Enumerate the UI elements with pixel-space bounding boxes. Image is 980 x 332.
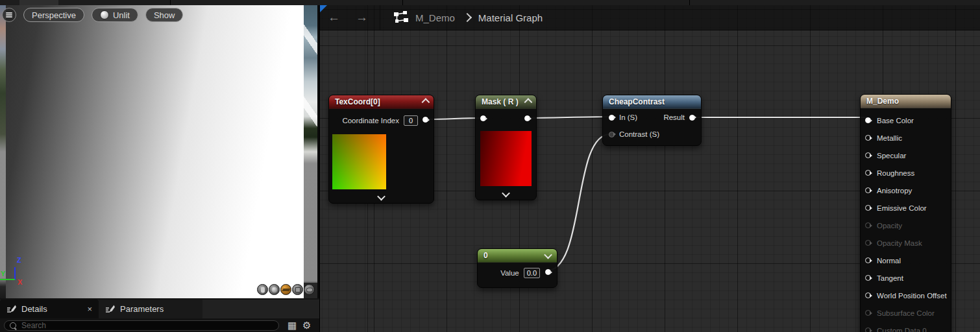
cylinder-shape-button[interactable] [257, 284, 268, 295]
material-pin-label: Roughness [877, 169, 914, 177]
material-pin-row: Opacity Mask [861, 234, 951, 252]
texcoord-node-header[interactable]: TexCoord[0] [329, 95, 434, 109]
search-input[interactable] [20, 320, 273, 331]
viewport-menu-button[interactable] [2, 8, 16, 22]
graph-node-icon [393, 10, 409, 25]
metallic-input-pin[interactable] [865, 135, 871, 141]
result-output-pin[interactable] [689, 115, 695, 121]
collapse-chevron-icon[interactable] [422, 98, 430, 106]
perspective-button[interactable]: Perspective [23, 8, 84, 22]
unlit-view-mode-button[interactable]: Unlit [92, 8, 138, 22]
material-pin-row: Base Color [861, 112, 951, 129]
opacity-mask-input-pin[interactable] [865, 240, 871, 246]
contrast-s-input-pin[interactable] [609, 132, 615, 137]
value-field[interactable]: 0.0 [524, 268, 540, 278]
coordinate-index-value[interactable]: 0 [404, 115, 418, 126]
y-axis-line [0, 279, 15, 280]
material-pin-row: Roughness [861, 164, 951, 182]
opacity-input-pin[interactable] [865, 222, 871, 228]
x-axis-label: X [18, 278, 22, 286]
preview-shape-buttons [257, 284, 315, 295]
material-graph-canvas[interactable]: ← → M_Demo Material Graph TexCoord [319, 5, 980, 332]
sphere-shape-button[interactable] [269, 284, 280, 295]
forward-arrow-button[interactable]: → [348, 5, 376, 30]
normal-input-pin[interactable] [865, 257, 871, 263]
texcoord-output-pin[interactable] [423, 117, 428, 123]
value-label: Value [500, 269, 519, 277]
details-tab-label: Details [21, 304, 47, 314]
axis-gizmo: Z Y X [0, 258, 30, 281]
preview-viewport[interactable]: Perspective Unlit Show Z Y X [0, 5, 319, 298]
material-node-title: M_Demo [866, 97, 899, 106]
window-top-strip [0, 0, 980, 5]
settings-gear-icon[interactable]: ⚙ [302, 319, 311, 332]
search-row: ▦ ⚙ [0, 318, 319, 332]
cheapcontrast-node-header[interactable]: CheapContrast [603, 95, 701, 109]
material-node-header[interactable]: M_Demo [861, 95, 951, 108]
top-strip-divider [170, 0, 171, 5]
mask-output-pin[interactable] [524, 115, 530, 121]
collapse-chevron-icon[interactable] [524, 98, 533, 106]
mask-node-title: Mask ( R ) [482, 97, 519, 106]
tab-details[interactable]: Details × [0, 300, 99, 318]
preview-mesh-plane [6, 5, 304, 298]
specular-input-pin[interactable] [865, 152, 871, 158]
material-result-node[interactable]: M_Demo Base ColorMetallicSpecularRoughne… [860, 94, 951, 332]
breadcrumb-root[interactable]: M_Demo [415, 12, 455, 23]
in-s-input-pin[interactable] [609, 115, 615, 121]
in-row: In (S) Result [603, 109, 701, 126]
value-row: Value 0.0 [478, 268, 540, 278]
graph-toolbar: ← → M_Demo Material Graph [320, 5, 980, 30]
material-pin-label: Opacity [877, 222, 902, 230]
tangent-input-pin[interactable] [865, 275, 871, 281]
teapot-shape-button[interactable] [304, 284, 315, 295]
material-pin-row: Opacity [861, 217, 951, 234]
material-pin-row: Specular [861, 147, 951, 164]
material-pin-row: Tangent [861, 269, 951, 287]
anisotropy-input-pin[interactable] [865, 187, 871, 193]
result-label: Result [663, 113, 685, 121]
mask-preview-swatch [480, 131, 532, 186]
show-button[interactable]: Show [145, 8, 184, 22]
material-pin-row: Metallic [861, 129, 951, 147]
scalar-output-pin[interactable] [545, 269, 551, 275]
wire-mask-to-cheapcontrast [524, 117, 609, 118]
cheapcontrast-node-title: CheapContrast [609, 97, 665, 106]
view-mode-icon [100, 10, 109, 19]
mask-node[interactable]: Mask ( R ) [475, 95, 537, 200]
texcoord-node[interactable]: TexCoord[0] Coordinate Index 0 [328, 95, 434, 204]
mask-input-pin[interactable] [480, 115, 486, 121]
chevron-down-icon [502, 189, 510, 198]
cube-shape-button[interactable] [292, 284, 303, 295]
tab-parameters[interactable]: Parameters [99, 300, 202, 318]
material-node-pin-list: Base ColorMetallicSpecularRoughnessAniso… [861, 108, 951, 332]
material-pin-label: Normal [877, 257, 901, 265]
preview-toggle[interactable] [476, 191, 536, 197]
chevron-down-icon[interactable] [544, 250, 552, 259]
material-pin-label: Subsurface Color [877, 309, 935, 317]
emissive-color-input-pin[interactable] [865, 205, 871, 211]
custom-data-0-input-pin[interactable] [865, 327, 871, 332]
roughness-input-pin[interactable] [865, 170, 871, 176]
show-button-label: Show [154, 10, 175, 20]
viewport-toolbar: Perspective Unlit Show [2, 8, 183, 22]
plane-shape-button[interactable] [280, 284, 291, 295]
world-position-offset-input-pin[interactable] [865, 292, 871, 298]
breadcrumb-current: Material Graph [478, 12, 543, 23]
scalar-node-header[interactable]: 0 [478, 249, 557, 263]
mask-node-header[interactable]: Mask ( R ) [476, 95, 536, 109]
tab-strip: Details × Parameters [0, 300, 319, 318]
details-search-box[interactable] [4, 320, 279, 331]
column-view-icon[interactable]: ▦ [288, 319, 297, 332]
subsurface-color-input-pin[interactable] [865, 310, 871, 316]
preview-toggle[interactable] [329, 195, 434, 200]
hamburger-icon [6, 14, 12, 16]
texcoord-preview-swatch [332, 134, 386, 189]
material-pin-label: Custom Data 0 [877, 327, 927, 332]
material-pin-label: Metallic [877, 134, 902, 142]
scalar-constant-node[interactable]: 0 Value 0.0 [477, 248, 557, 288]
close-tab-icon[interactable]: × [87, 304, 92, 314]
cheapcontrast-node[interactable]: CheapContrast In (S) Result Contrast (S) [602, 95, 702, 146]
material-pin-label: World Position Offset [877, 292, 947, 300]
base-color-input-pin[interactable] [865, 117, 871, 123]
